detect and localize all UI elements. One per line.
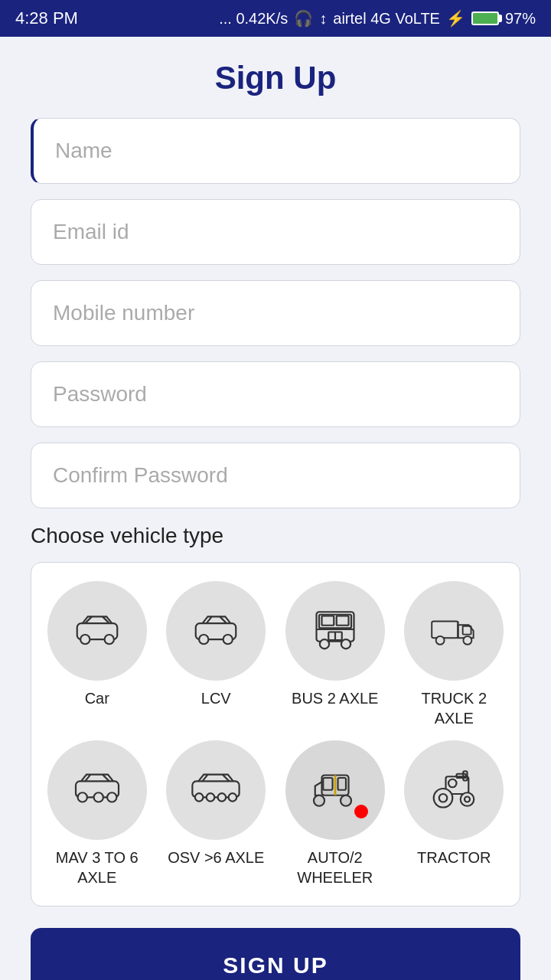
vehicle-tractor-label: TRACTOR	[417, 848, 491, 867]
vehicle-car[interactable]: Car	[44, 581, 151, 728]
vehicle-lcv-label: LCV	[201, 688, 231, 708]
main-content: Sign Up Choose vehicle type	[0, 37, 551, 980]
vehicle-tractor-icon-circle	[404, 740, 504, 840]
svg-point-40	[439, 794, 448, 802]
svg-point-5	[223, 635, 233, 644]
vehicle-mav3to6axle-icon-circle	[47, 740, 147, 840]
battery-icon	[471, 11, 499, 25]
svg-point-4	[199, 635, 208, 644]
svg-point-31	[314, 795, 324, 806]
svg-rect-8	[321, 616, 334, 626]
vehicle-grid: Car LCV	[44, 581, 507, 887]
bus-icon	[308, 603, 362, 659]
osv-icon	[189, 762, 243, 818]
vehicle-mav3to6axle[interactable]: MAV 3 TO 6 AXLE	[44, 740, 151, 887]
vehicle-truck2axle-label: TRUCK 2 AXLE	[401, 688, 508, 728]
vehicle-auto2wheeler[interactable]: AUTO/2 WHEELER	[282, 740, 389, 887]
vehicle-osv6axle-icon-circle	[166, 740, 266, 840]
lcv-icon	[189, 603, 243, 659]
vehicle-auto2wheeler-label: AUTO/2 WHEELER	[282, 848, 389, 887]
carrier-info: airtel 4G VoLTE	[333, 10, 440, 28]
svg-point-2	[104, 635, 113, 644]
battery-percent: 97%	[505, 10, 536, 28]
vehicle-bus2axle-icon-circle	[285, 581, 385, 681]
vehicle-car-label: Car	[85, 688, 109, 708]
vehicle-section-label: Choose vehicle type	[31, 524, 520, 548]
svg-point-42	[465, 797, 470, 802]
mav-icon	[70, 762, 124, 818]
vehicle-lcv[interactable]: LCV	[163, 581, 270, 728]
vehicle-lcv-icon-circle	[166, 581, 266, 681]
vehicle-mav3to6axle-label: MAV 3 TO 6 AXLE	[44, 848, 151, 887]
svg-point-21	[77, 792, 86, 802]
name-input[interactable]	[31, 118, 520, 184]
tractor-icon	[427, 762, 481, 818]
bolt-icon: ⚡	[446, 9, 465, 28]
svg-point-17	[436, 636, 445, 645]
vehicle-truck2axle-icon-circle	[404, 581, 504, 681]
vehicle-grid-container: Car LCV	[31, 562, 520, 906]
svg-point-28	[229, 793, 237, 802]
vehicle-auto2wheeler-icon-circle	[285, 740, 385, 840]
svg-point-22	[93, 792, 103, 802]
svg-point-32	[341, 795, 351, 806]
vehicle-truck2axle[interactable]: TRUCK 2 AXLE	[401, 581, 508, 728]
vehicle-car-icon-circle	[47, 581, 147, 681]
vehicle-osv6axle-label: OSV >6 AXLE	[168, 848, 264, 867]
confirm-password-input[interactable]	[31, 443, 520, 508]
signup-button[interactable]: SIGN UP	[31, 928, 520, 980]
truck-icon	[427, 603, 481, 659]
svg-point-1	[80, 635, 90, 644]
password-input[interactable]	[31, 361, 520, 427]
svg-point-12	[341, 639, 350, 648]
status-time: 4:28 PM	[15, 8, 78, 28]
svg-point-11	[320, 639, 329, 648]
status-bar: 4:28 PM ... 0.42K/s 🎧 ↕ airtel 4G VoLTE …	[0, 0, 551, 37]
svg-point-27	[218, 793, 227, 802]
selected-indicator	[354, 805, 368, 818]
mobile-input[interactable]	[31, 280, 520, 346]
svg-point-18	[464, 636, 472, 645]
page-title: Sign Up	[31, 60, 520, 96]
headphone-icon: 🎧	[294, 9, 313, 28]
email-input[interactable]	[31, 199, 520, 265]
signal-icon: ↕	[319, 10, 327, 28]
vehicle-bus2axle-label: BUS 2 AXLE	[292, 688, 378, 708]
svg-point-25	[195, 793, 204, 802]
svg-point-23	[107, 792, 116, 802]
svg-point-38	[448, 779, 457, 788]
car-icon	[70, 603, 124, 659]
network-speed: ... 0.42K/s	[219, 10, 288, 28]
svg-rect-9	[337, 616, 349, 626]
svg-point-26	[207, 793, 215, 802]
vehicle-bus2axle[interactable]: BUS 2 AXLE	[282, 581, 389, 728]
vehicle-tractor[interactable]: TRACTOR	[401, 740, 508, 887]
status-icons: ... 0.42K/s 🎧 ↕ airtel 4G VoLTE ⚡ 97%	[219, 9, 536, 28]
svg-rect-15	[432, 622, 458, 639]
vehicle-osv6axle[interactable]: OSV >6 AXLE	[163, 740, 270, 887]
